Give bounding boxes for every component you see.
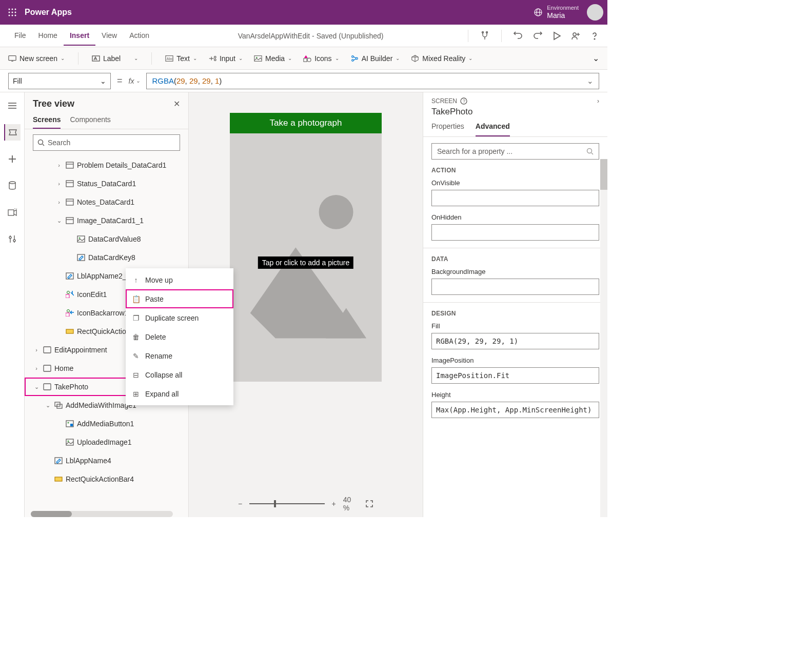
chevron-down-icon[interactable]: ⌄ — [587, 76, 594, 86]
expand-icon[interactable]: ⌄ — [44, 402, 51, 409]
expand-icon[interactable]: ⌄ — [55, 218, 63, 224]
property-selector[interactable]: Fill ⌄ — [8, 73, 111, 89]
zoom-out-icon[interactable]: − — [238, 500, 242, 508]
tree-node[interactable]: ⌄Image_DataCard1_1 — [25, 211, 188, 230]
brand-label: Power Apps — [25, 8, 72, 17]
field-onvisible-input[interactable] — [431, 190, 599, 206]
rail-hamburger-icon[interactable] — [4, 97, 21, 114]
share-icon[interactable] — [570, 31, 581, 41]
zoom-in-icon[interactable]: + — [332, 500, 336, 508]
svg-point-1 — [12, 9, 13, 10]
environment-picker[interactable]: Environment Maria — [534, 5, 579, 20]
edit-icon — [77, 253, 85, 262]
ribbon-text[interactable]: Abc Text⌄ — [165, 54, 197, 63]
tree-node[interactable]: ›Problem Details_DataCard1 — [25, 156, 188, 174]
tree-node[interactable]: DataCardKey8 — [25, 248, 188, 267]
ctx-rename[interactable]: ✎Rename — [126, 346, 233, 365]
expand-icon[interactable]: › — [33, 365, 40, 371]
ctx-expand-all[interactable]: ⊞Expand all — [126, 384, 233, 403]
rail-media-icon[interactable] — [4, 204, 21, 221]
zoom-slider[interactable] — [249, 503, 324, 504]
expand-icon[interactable]: › — [33, 347, 40, 353]
formula-input[interactable]: RGBA(29, 29, 29, 1) ⌄ — [146, 73, 599, 89]
tree-node[interactable]: RectQuickActionBar4 — [25, 470, 188, 488]
app-launcher-icon[interactable] — [4, 4, 21, 21]
tab-components[interactable]: Components — [70, 115, 110, 129]
info-icon[interactable]: ? — [460, 97, 467, 105]
expand-icon[interactable]: › — [55, 162, 63, 168]
tree-node[interactable]: ›Status_DataCard1 — [25, 174, 188, 193]
svg-point-2 — [15, 9, 16, 10]
expand-icon[interactable]: › — [55, 199, 63, 205]
field-onhidden-input[interactable] — [431, 224, 599, 241]
field-imageposition-input[interactable]: ImagePosition.Fit — [431, 367, 599, 384]
ribbon-label[interactable]: Label ⌄ — [92, 54, 138, 63]
chevron-right-icon[interactable]: › — [597, 97, 599, 105]
env-label: Environment — [547, 5, 579, 11]
media-icon — [66, 420, 74, 428]
search-icon — [586, 148, 594, 155]
ctx-icon: 📋 — [132, 295, 140, 303]
redo-icon[interactable] — [532, 31, 543, 41]
undo-icon[interactable] — [513, 31, 523, 41]
ctx-icon: ↑ — [132, 276, 140, 284]
horizontal-scrollbar[interactable] — [31, 511, 173, 517]
tree-node[interactable]: ›Notes_DataCard1 — [25, 193, 188, 211]
ribbon-new-screen[interactable]: New screen⌄ — [8, 54, 65, 63]
svg-point-15 — [573, 33, 576, 36]
iconback-icon — [66, 309, 74, 317]
tree-node[interactable]: AddMediaButton1 — [25, 414, 188, 433]
phone-preview[interactable]: Take a photograph Tap or click to add a … — [230, 113, 382, 382]
field-bgimage-input[interactable] — [431, 279, 599, 295]
fullscreen-icon[interactable] — [365, 500, 373, 508]
property-search-input[interactable]: Search for a property ... — [431, 143, 599, 160]
rail-tree-icon[interactable] — [4, 124, 21, 141]
ribbon-ai-builder[interactable]: AI Builder⌄ — [350, 54, 400, 63]
mr-icon — [411, 54, 419, 63]
ribbon-input[interactable]: Input⌄ — [208, 54, 243, 63]
tree-node[interactable]: LblAppName4 — [25, 451, 188, 470]
tab-properties[interactable]: Properties — [431, 122, 464, 136]
img-icon — [66, 438, 74, 446]
tab-screens[interactable]: Screens — [33, 115, 61, 129]
ctx-delete[interactable]: 🗑Delete — [126, 327, 233, 346]
tree-search-input[interactable]: Search — [33, 134, 180, 151]
menu-action[interactable]: Action — [123, 26, 155, 46]
rail-data-icon[interactable] — [4, 177, 21, 194]
rail-insert-icon[interactable] — [4, 151, 21, 167]
ribbon-mixed-reality[interactable]: Mixed Reality⌄ — [411, 54, 472, 63]
ctx-duplicate-screen[interactable]: ❐Duplicate screen — [126, 308, 233, 327]
expand-icon[interactable]: › — [55, 181, 63, 187]
play-icon[interactable] — [552, 31, 561, 41]
svg-point-3 — [9, 12, 10, 13]
svg-point-33 — [351, 55, 353, 57]
vertical-scrollbar[interactable] — [600, 159, 607, 517]
expand-icon[interactable]: ⌄ — [33, 384, 40, 390]
help-icon[interactable] — [590, 31, 599, 41]
tree-node[interactable]: UploadedImage1 — [25, 433, 188, 451]
close-icon[interactable]: ✕ — [173, 99, 180, 109]
ribbon-overflow-icon[interactable]: ⌄ — [593, 53, 599, 63]
avatar[interactable] — [587, 4, 603, 21]
properties-panel: SCREEN ? › TakePhoto Properties Advanced… — [423, 92, 607, 517]
menu-file[interactable]: File — [8, 26, 32, 46]
equals-label: = — [117, 75, 123, 86]
tab-advanced[interactable]: Advanced — [476, 122, 510, 136]
fx-icon[interactable]: fx ⌄ — [129, 77, 141, 85]
svg-line-37 — [353, 58, 356, 60]
rail-tools-icon[interactable] — [4, 231, 21, 247]
tree-node[interactable]: DataCardValue8 — [25, 230, 188, 248]
menu-view[interactable]: View — [95, 26, 123, 46]
ribbon-media[interactable]: Media⌄ — [254, 54, 292, 63]
menu-home[interactable]: Home — [32, 26, 64, 46]
menu-insert[interactable]: Insert — [64, 26, 95, 46]
ctx-paste[interactable]: 📋Paste — [126, 289, 233, 308]
app-checker-icon[interactable] — [480, 31, 490, 41]
ctx-collapse-all[interactable]: ⊟Collapse all — [126, 365, 233, 384]
ctx-move-up[interactable]: ↑Move up — [126, 270, 233, 289]
field-height-input[interactable]: Max(App.Height, App.MinScreenHeight) — [431, 402, 599, 418]
edit-icon — [54, 457, 63, 465]
field-fill-input[interactable]: RGBA(29, 29, 29, 1) — [431, 333, 599, 349]
rect-icon — [66, 327, 74, 335]
ribbon-icons[interactable]: Icons⌄ — [303, 54, 339, 63]
